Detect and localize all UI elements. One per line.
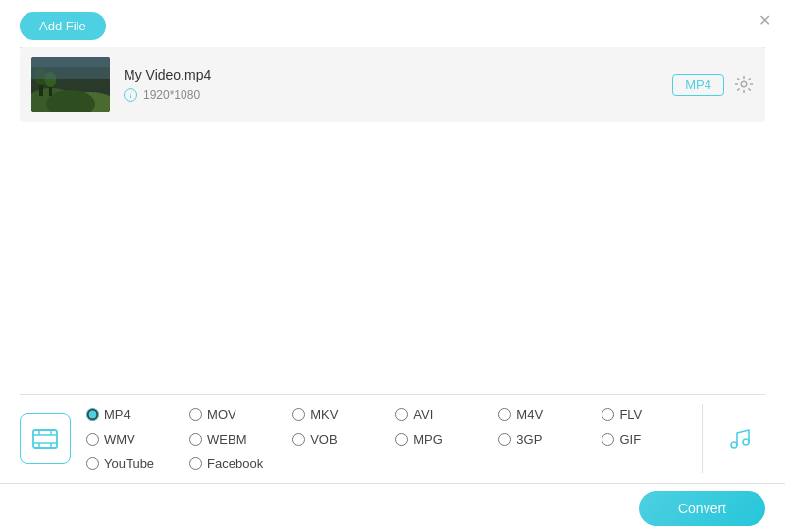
svg-rect-9 (31, 57, 110, 67)
video-format-icon[interactable] (20, 413, 71, 464)
format-option-mpg[interactable]: MPG (395, 432, 495, 447)
svg-point-10 (741, 81, 747, 87)
film-icon (31, 425, 59, 452)
file-list-area: My Video.mp4 i 1920*1080 MP4 (20, 47, 765, 395)
format-option-youtube[interactable]: YouTube (86, 456, 185, 471)
format-label-wmv: WMV (104, 432, 135, 447)
format-option-flv[interactable]: FLV (602, 407, 701, 422)
svg-rect-11 (33, 430, 57, 448)
format-option-3gp[interactable]: 3GP (498, 432, 598, 447)
close-button[interactable]: ✕ (756, 11, 773, 28)
convert-label: Convert (678, 501, 726, 516)
gear-icon (734, 75, 754, 94)
file-name: My Video.mp4 (124, 67, 672, 82)
info-icon: i (124, 88, 137, 102)
format-label-mp4: MP4 (104, 407, 131, 422)
format-option-gif[interactable]: GIF (602, 432, 701, 447)
file-item: My Video.mp4 i 1920*1080 MP4 (20, 47, 765, 122)
file-resolution: 1920*1080 (143, 88, 200, 102)
add-file-label: Add File (39, 19, 86, 33)
format-label-vob: VOB (310, 432, 337, 447)
format-option-avi[interactable]: AVI (395, 407, 495, 422)
format-label-3gp: 3GP (516, 432, 542, 447)
format-label-m4v: M4V (516, 407, 543, 422)
music-icon (727, 426, 753, 452)
format-label-avi: AVI (413, 407, 433, 422)
format-panel: MP4 MOV MKV AVI M4V FLV WMV WEBM (20, 395, 765, 483)
format-panel-divider (702, 404, 704, 473)
format-option-webm[interactable]: WEBM (189, 432, 288, 447)
format-option-m4v[interactable]: M4V (498, 407, 598, 422)
audio-format-button[interactable] (714, 413, 765, 464)
format-option-wmv[interactable]: WMV (86, 432, 185, 447)
format-option-mp4[interactable]: MP4 (86, 407, 185, 422)
format-label-gif: GIF (619, 432, 641, 447)
file-thumbnail (31, 57, 110, 112)
format-label-mkv: MKV (310, 407, 338, 422)
format-grid: MP4 MOV MKV AVI M4V FLV WMV WEBM (86, 407, 702, 471)
bottom-bar: Convert (0, 483, 785, 532)
file-info: My Video.mp4 i 1920*1080 (110, 67, 672, 102)
format-option-mkv[interactable]: MKV (292, 407, 392, 422)
format-label-facebook: Facebook (207, 456, 263, 471)
file-actions: MP4 (672, 74, 754, 96)
format-label-mpg: MPG (413, 432, 443, 447)
add-file-button[interactable]: Add File (20, 12, 106, 40)
format-label-mov: MOV (207, 407, 236, 422)
file-meta: i 1920*1080 (124, 88, 672, 102)
format-option-facebook[interactable]: Facebook (189, 456, 288, 471)
format-label-flv: FLV (619, 407, 642, 422)
settings-button[interactable] (734, 75, 754, 94)
close-icon: ✕ (759, 11, 771, 29)
format-label-webm: WEBM (207, 432, 246, 447)
format-option-mov[interactable]: MOV (189, 407, 288, 422)
svg-point-18 (731, 442, 737, 448)
format-option-vob[interactable]: VOB (292, 432, 392, 447)
format-badge[interactable]: MP4 (672, 74, 724, 96)
convert-button[interactable]: Convert (639, 491, 765, 526)
titlebar: ✕ (0, 0, 785, 39)
format-label-youtube: YouTube (104, 456, 154, 471)
svg-point-19 (743, 439, 749, 445)
